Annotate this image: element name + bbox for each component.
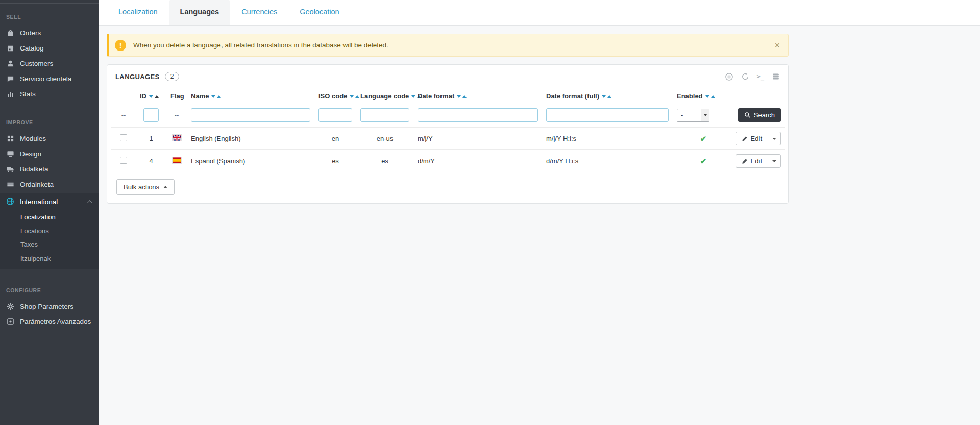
warning-alert: ! When you delete a language, all relate… [107, 34, 789, 57]
header-name[interactable]: Name [187, 87, 314, 105]
warning-icon: ! [115, 40, 126, 51]
edit-dropdown-caret[interactable] [768, 132, 780, 145]
sort-desc-caret[interactable] [211, 95, 215, 98]
terminal-icon[interactable]: >_ [757, 73, 764, 80]
sidebar-item-label: Shop Parameters [20, 303, 74, 310]
bulk-actions-button[interactable]: Bulk actions [116, 179, 175, 195]
languages-panel: LANGUAGES 2 >_ [107, 64, 789, 204]
tab-localization[interactable]: Localization [107, 0, 169, 25]
cell-iso-code: es [314, 150, 356, 172]
filter-date-format-input[interactable] [418, 108, 538, 122]
row-checkbox[interactable] [120, 134, 127, 141]
sidebar-item-international[interactable]: International [0, 193, 99, 210]
sidebar-item-label: Stats [20, 90, 36, 98]
filter-flag-placeholder: -- [170, 111, 183, 119]
row-checkbox[interactable] [120, 157, 127, 164]
filter-name-input[interactable] [191, 108, 310, 122]
header-language-code[interactable]: Language code [356, 87, 413, 105]
edit-button[interactable]: Edit [736, 154, 781, 168]
cell-language-code: es [356, 150, 413, 172]
cell-language-code: en-us [356, 128, 413, 150]
sidebar-item-advanced-parameters[interactable]: Parámetros Avanzados [0, 314, 99, 329]
page-content: ! When you delete a language, all relate… [99, 26, 980, 212]
select-arrow-icon [701, 109, 709, 121]
section-title-improve: IMPROVE [0, 109, 99, 131]
filter-id-input[interactable] [143, 108, 159, 122]
filter-iso-code-input[interactable] [318, 108, 352, 122]
main-area: Localization Languages Currencies Geoloc… [99, 0, 980, 425]
sort-asc-caret[interactable] [607, 95, 611, 98]
sidebar-item-stats[interactable]: Stats [0, 86, 99, 102]
sidebar-item-design[interactable]: Design [0, 146, 99, 161]
sort-asc-caret[interactable] [355, 95, 359, 98]
sidebar-subitem-locations[interactable]: Locations [0, 224, 99, 238]
filter-enabled-select[interactable]: - [677, 109, 709, 122]
sidebar-item-label: Ordainketa [20, 181, 54, 188]
close-icon[interactable]: × [774, 41, 780, 50]
sort-desc-caret[interactable] [350, 95, 354, 98]
sidebar-item-modules[interactable]: Modules [0, 131, 99, 146]
app-window: SELL Orders Catalog Customers Servicio c… [0, 0, 980, 425]
bulk-actions-wrap: Bulk actions [111, 172, 784, 196]
add-icon[interactable] [725, 72, 733, 81]
customers-icon [6, 59, 14, 67]
header-enabled[interactable]: Enabled [673, 87, 734, 105]
sidebar-subitem-translations[interactable]: Itzulpenak [0, 252, 99, 265]
shipping-icon [6, 165, 14, 173]
sort-asc-caret[interactable] [217, 95, 221, 98]
sidebar-item-label: Design [20, 150, 41, 158]
tab-currencies[interactable]: Currencies [230, 0, 288, 25]
sidebar-item-customer-service[interactable]: Servicio clientela [0, 71, 99, 86]
export-sql-icon[interactable] [772, 72, 780, 81]
sort-asc-caret[interactable] [462, 95, 467, 98]
header-date-format[interactable]: Date format [413, 87, 542, 105]
orders-icon [6, 29, 14, 37]
refresh-icon[interactable] [741, 72, 749, 81]
table-filter-row: -- -- - [111, 105, 785, 128]
table-header-row: ID Flag Name ISO code Language code Date… [111, 87, 785, 105]
page-tabbar: Localization Languages Currencies Geoloc… [99, 0, 980, 26]
section-title-configure: CONFIGURE [0, 277, 99, 298]
panel-title: LANGUAGES [115, 73, 160, 81]
warning-alert-message: When you delete a language, all related … [133, 41, 388, 49]
cell-date-format-full: m/j/Y H:i:s [542, 128, 673, 150]
caret-up-icon [163, 186, 167, 188]
search-button[interactable]: Search [738, 108, 781, 122]
filter-date-format-full-input[interactable] [546, 108, 669, 122]
sidebar-item-label: Servicio clientela [20, 75, 71, 83]
advanced-parameters-icon [6, 317, 14, 326]
sidebar-subitem-localization[interactable]: Localization [0, 210, 99, 224]
sidebar-item-orders[interactable]: Orders [0, 25, 99, 40]
pencil-icon [742, 158, 748, 164]
header-date-format-full[interactable]: Date format (full) [542, 87, 673, 105]
sort-desc-caret[interactable] [149, 95, 153, 98]
tab-languages[interactable]: Languages [169, 0, 231, 25]
sort-desc-caret[interactable] [602, 95, 606, 98]
chevron-up-icon[interactable] [87, 199, 92, 205]
count-badge: 2 [165, 72, 180, 81]
sort-asc-caret[interactable] [711, 95, 715, 98]
sort-desc-caret[interactable] [457, 95, 461, 98]
sidebar-item-shop-parameters[interactable]: Shop Parameters [0, 298, 99, 314]
sidebar-item-customers[interactable]: Customers [0, 56, 99, 71]
tab-geolocation[interactable]: Geolocation [288, 0, 350, 25]
edit-button[interactable]: Edit [736, 132, 781, 145]
sort-desc-caret[interactable] [705, 95, 709, 98]
cell-name: Español (Spanish) [187, 150, 314, 172]
sort-desc-caret[interactable] [411, 95, 415, 98]
sidebar-item-label: International [20, 198, 58, 206]
panel-header: LANGUAGES 2 >_ [111, 71, 784, 87]
header-iso-code[interactable]: ISO code [314, 87, 356, 105]
edit-dropdown-caret[interactable] [768, 155, 780, 167]
sort-asc-caret[interactable] [155, 95, 159, 98]
sidebar-item-label: Orders [20, 29, 41, 37]
sidebar-item-catalog[interactable]: Catalog [0, 40, 99, 56]
sidebar-item-payment[interactable]: Ordainketa [0, 177, 99, 192]
filter-language-code-input[interactable] [360, 108, 409, 122]
sidebar-item-shipping[interactable]: Bidalketa [0, 161, 99, 177]
header-flag: Flag [166, 87, 187, 105]
header-id[interactable]: ID [136, 87, 166, 105]
sidebar-subitem-taxes[interactable]: Taxes [0, 238, 99, 252]
cell-date-format-full: d/m/Y H:i:s [542, 150, 673, 172]
modules-icon [6, 134, 14, 142]
